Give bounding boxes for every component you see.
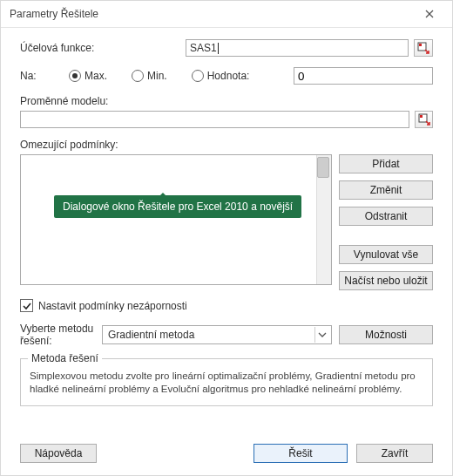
objective-label: Účelová funkce: (20, 42, 186, 54)
method-row: Vyberte metodu řešení: Gradientní metoda… (20, 323, 433, 348)
variables-input[interactable] (20, 111, 409, 128)
solve-button[interactable]: Řešit (254, 444, 348, 463)
variables-row (20, 111, 433, 128)
tooltip-text: Dialogové okno Řešitele pro Excel 2010 a… (63, 201, 293, 213)
objective-refedit-button[interactable] (414, 39, 433, 57)
refedit-icon (417, 42, 429, 54)
window-title: Parametry Řešitele (10, 8, 98, 20)
variables-label: Proměnné modelu: (20, 95, 433, 107)
dialog-footer: Nápověda Řešit Zavřít (20, 444, 433, 463)
checkmark-icon (23, 302, 31, 310)
options-button[interactable]: Možnosti (339, 325, 433, 344)
objective-input[interactable]: SAS1 (186, 39, 409, 57)
constraints-area: Dialogové okno Řešitele pro Excel 2010 a… (20, 154, 433, 290)
objective-row: Účelová funkce: SAS1 (20, 39, 433, 57)
radio-max-label: Max. (85, 70, 107, 82)
method-description: Simplexovou metodu zvolte pro lineární o… (30, 370, 423, 397)
load-save-button[interactable]: Načíst nebo uložit (339, 271, 433, 290)
constraints-buttons: Přidat Změnit Odstranit Vynulovat vše Na… (339, 154, 433, 290)
window-close-button[interactable] (412, 2, 447, 26)
target-row: Na: Max. Min. Hodnota: (20, 67, 433, 85)
method-select[interactable]: Gradientní metoda (102, 325, 332, 344)
chevron-down-icon (314, 327, 329, 343)
dialog-content: Účelová funkce: SAS1 Na: Max. (20, 39, 433, 465)
radio-max[interactable]: Max. (69, 70, 107, 82)
change-button[interactable]: Změnit (339, 180, 433, 200)
titlebar: Parametry Řešitele (1, 1, 452, 28)
constraints-label: Omezující podmínky: (20, 139, 433, 151)
target-radio-group: Max. Min. Hodnota: (69, 70, 249, 82)
constraints-listbox[interactable]: Dialogové okno Řešitele pro Excel 2010 a… (20, 154, 332, 285)
svg-rect-5 (420, 115, 423, 118)
method-label: Vyberte metodu řešení: (20, 323, 95, 348)
scrollbar-thumb[interactable] (317, 157, 329, 178)
info-tooltip: Dialogové okno Řešitele pro Excel 2010 a… (54, 195, 301, 218)
svg-rect-3 (419, 44, 422, 46)
target-value-input[interactable] (294, 67, 433, 85)
radio-min-label: Min. (147, 70, 167, 82)
text-caret (218, 43, 219, 54)
target-label: Na: (20, 70, 43, 82)
scrollbar[interactable] (316, 155, 331, 284)
radio-icon (192, 70, 204, 82)
radio-value[interactable]: Hodnota: (192, 70, 250, 82)
reset-all-button[interactable]: Vynulovat vše (339, 245, 433, 264)
nonneg-checkbox[interactable]: Nastavit podmínky nezápornosti (20, 299, 433, 312)
close-icon (425, 10, 434, 18)
help-button[interactable]: Nápověda (20, 444, 97, 463)
variables-refedit-button[interactable] (415, 111, 433, 128)
method-selected: Gradientní metoda (108, 329, 194, 341)
radio-icon (69, 70, 81, 82)
close-button[interactable]: Zavřít (356, 444, 433, 463)
add-button[interactable]: Přidat (339, 154, 433, 173)
method-groupbox-legend: Metoda řešení (28, 352, 102, 364)
delete-button[interactable]: Odstranit (339, 207, 433, 226)
method-groupbox: Metoda řešení Simplexovou metodu zvolte … (20, 358, 433, 406)
nonneg-label: Nastavit podmínky nezápornosti (38, 300, 187, 312)
refedit-icon (418, 113, 430, 126)
radio-min[interactable]: Min. (132, 70, 167, 82)
solver-parameters-dialog: Parametry Řešitele Účelová funkce: SAS1 (0, 0, 453, 476)
checkbox-icon (20, 299, 33, 312)
radio-icon (132, 70, 144, 82)
radio-value-label: Hodnota: (207, 70, 250, 82)
objective-value: SAS1 (190, 42, 217, 54)
